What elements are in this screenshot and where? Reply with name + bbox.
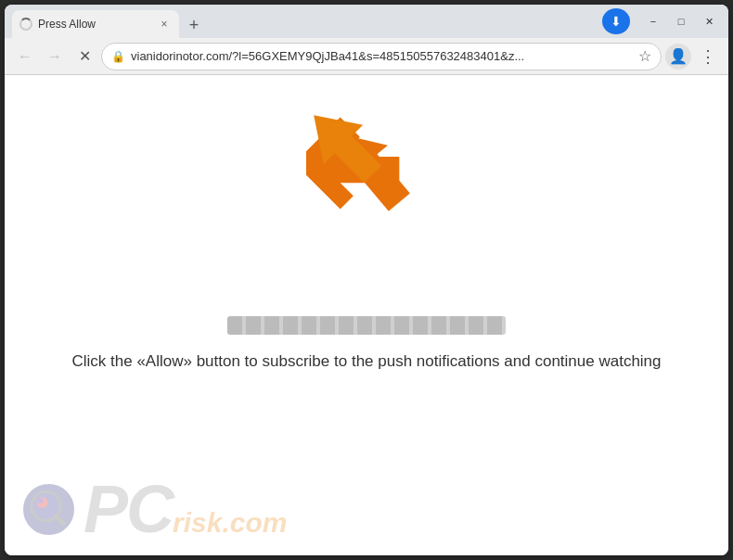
profile-button[interactable]: 👤: [665, 44, 691, 70]
progress-section: Click the «Allow» button to subscribe to…: [51, 316, 682, 374]
menu-button[interactable]: ⋮: [695, 44, 721, 70]
stop-reload-button[interactable]: ✕: [71, 44, 97, 70]
address-bar[interactable]: 🔒 vianidorinotor.com/?l=56GXEMY9QjJBa41&…: [101, 43, 662, 70]
instruction-text: Click the «Allow» button to subscribe to…: [71, 350, 661, 374]
new-tab-button[interactable]: +: [181, 12, 207, 38]
arrow-svg: [292, 94, 394, 200]
tab-spinner: [19, 18, 32, 31]
risk-text: risk.com: [173, 507, 287, 539]
svg-point-5: [38, 498, 44, 503]
close-button[interactable]: ✕: [697, 13, 721, 30]
svg-line-6: [56, 516, 67, 528]
lock-icon: 🔒: [111, 50, 125, 63]
toolbar: ← → ✕ 🔒 vianidorinotor.com/?l=56GXEMY9Qj…: [5, 38, 728, 75]
watermark-text-group: PC risk.com: [84, 476, 287, 542]
active-tab[interactable]: Press Allow ×: [12, 10, 179, 38]
tab-close-button[interactable]: ×: [157, 17, 172, 32]
tab-strip: Press Allow × +: [12, 5, 595, 38]
bookmark-star-icon[interactable]: ☆: [638, 47, 651, 65]
magnifier-icon: [26, 486, 71, 532]
window-controls: − □ ✕: [641, 13, 721, 30]
pointing-arrow: [292, 94, 394, 204]
page-content: Click the «Allow» button to subscribe to…: [5, 75, 728, 555]
progress-bar: [227, 316, 506, 335]
watermark: PC risk.com: [5, 463, 728, 555]
svg-marker-2: [294, 95, 392, 194]
title-bar: Press Allow × + ⬇ − □ ✕: [5, 5, 728, 38]
pc-text: PC: [84, 476, 173, 542]
maximize-button[interactable]: □: [669, 13, 693, 30]
tab-title: Press Allow: [38, 18, 151, 31]
minimize-button[interactable]: −: [641, 13, 665, 30]
address-text: vianidorinotor.com/?l=56GXEMY9QjJBa41&s=…: [131, 49, 633, 63]
progress-bar-stripes: [227, 316, 506, 335]
back-button[interactable]: ←: [12, 44, 38, 70]
download-icon[interactable]: ⬇: [602, 8, 630, 34]
forward-button[interactable]: →: [42, 44, 68, 70]
browser-window: Press Allow × + ⬇ − □ ✕ ← → ✕ 🔒 vianidor…: [5, 5, 728, 555]
profile-icon: 👤: [669, 47, 688, 65]
watermark-logo: PC risk.com: [23, 476, 287, 542]
pcrisk-icon: [23, 484, 74, 535]
